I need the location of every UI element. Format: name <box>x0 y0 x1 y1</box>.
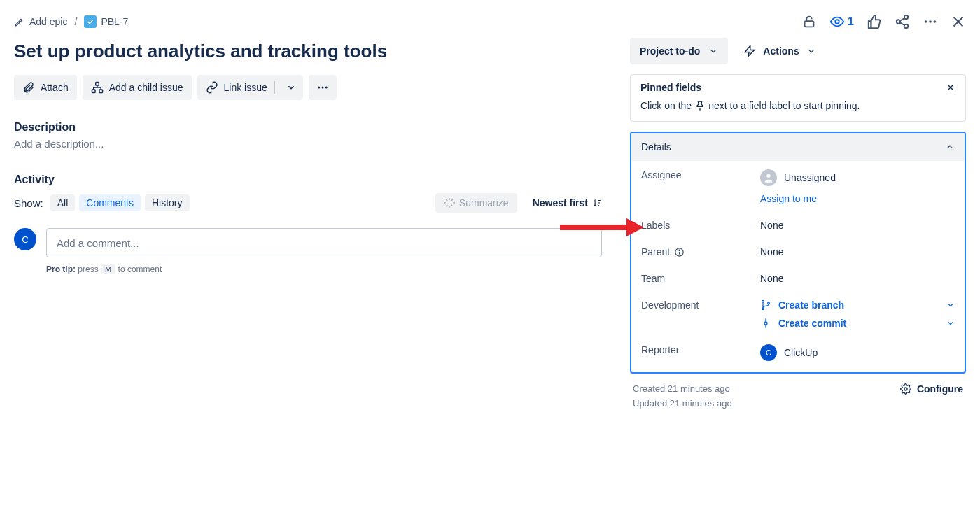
thumbs-up-icon[interactable] <box>867 14 882 29</box>
add-epic-label: Add epic <box>29 16 67 27</box>
svg-rect-12 <box>95 83 99 86</box>
watch-button[interactable]: 1 <box>830 14 854 29</box>
issue-title[interactable]: Set up product analytics and tracking to… <box>14 41 602 62</box>
sort-button[interactable]: Newest first <box>533 197 602 208</box>
details-heading: Details <box>641 141 671 153</box>
breadcrumb-separator: / <box>74 16 77 27</box>
details-header[interactable]: Details <box>631 133 965 161</box>
top-actions: 1 <box>802 14 966 29</box>
pencil-icon <box>14 16 25 27</box>
field-team: Team None <box>641 273 955 284</box>
add-epic-link[interactable]: Add epic <box>14 16 67 27</box>
svg-point-4 <box>904 24 909 28</box>
parent-label: Parent <box>641 246 760 257</box>
svg-line-6 <box>900 22 904 25</box>
breadcrumb: Add epic / PBL-7 <box>14 15 128 28</box>
pinned-fields-panel: Pinned fields Click on the next to a fie… <box>630 74 966 122</box>
protip-key: M <box>101 264 115 274</box>
add-child-issue-button[interactable]: Add a child issue <box>83 75 192 100</box>
parent-value[interactable]: None <box>760 246 955 257</box>
chevron-down-icon[interactable] <box>282 83 300 92</box>
svg-point-1 <box>835 20 839 24</box>
close-icon[interactable] <box>951 14 966 29</box>
svg-marker-18 <box>746 46 755 57</box>
svg-point-8 <box>929 20 932 23</box>
attach-button[interactable]: Attach <box>14 75 77 100</box>
assign-to-me-link[interactable]: Assign to me <box>760 193 817 204</box>
field-reporter: Reporter C ClickUp <box>641 344 955 361</box>
created-time: Created 21 minutes ago <box>633 383 732 394</box>
svg-point-25 <box>762 300 764 302</box>
tab-all[interactable]: All <box>50 194 76 211</box>
issue-toolbar: Attach Add a child issue Link issue <box>14 75 602 100</box>
more-actions-button[interactable] <box>309 75 337 100</box>
svg-point-7 <box>925 20 927 23</box>
attach-label: Attach <box>41 82 69 93</box>
configure-button[interactable]: Configure <box>900 383 963 395</box>
watch-count: 1 <box>848 15 854 28</box>
chevron-up-icon <box>945 142 955 152</box>
tab-comments[interactable]: Comments <box>79 194 141 211</box>
tab-history[interactable]: History <box>145 194 190 211</box>
create-commit-link[interactable]: Create commit <box>760 318 955 329</box>
svg-point-28 <box>764 322 767 325</box>
top-bar: Add epic / PBL-7 1 <box>14 6 966 38</box>
lock-icon[interactable] <box>802 14 817 29</box>
activity-show-label: Show: <box>14 197 43 209</box>
comment-input[interactable]: Add a comment... <box>46 228 602 257</box>
link-issue-button[interactable]: Link issue <box>197 75 303 100</box>
svg-point-3 <box>897 20 901 24</box>
reporter-value[interactable]: C ClickUp <box>760 344 955 361</box>
svg-line-5 <box>900 18 904 21</box>
chevron-down-icon[interactable] <box>946 319 955 327</box>
configure-label: Configure <box>917 383 963 395</box>
create-branch-text: Create branch <box>778 299 844 311</box>
sparkle-icon <box>444 197 455 208</box>
activity-heading: Activity <box>14 174 55 186</box>
protip-post: to comment <box>118 264 162 274</box>
user-avatar: C <box>14 228 36 250</box>
chevron-down-icon <box>806 46 816 56</box>
issue-key-link[interactable]: PBL-7 <box>84 15 128 28</box>
reporter-label: Reporter <box>641 344 760 355</box>
labels-value[interactable]: None <box>760 220 955 231</box>
more-icon[interactable] <box>923 14 938 29</box>
close-pinned-icon[interactable] <box>946 83 955 92</box>
unassigned-avatar-icon <box>760 169 777 186</box>
sort-icon <box>592 198 602 208</box>
actions-dropdown[interactable]: Actions <box>741 38 818 64</box>
svg-point-21 <box>766 174 770 178</box>
status-dropdown[interactable]: Project to-do <box>630 38 728 64</box>
sort-label: Newest first <box>533 197 588 208</box>
svg-point-15 <box>318 87 320 89</box>
svg-point-17 <box>326 87 328 89</box>
link-icon <box>206 81 218 94</box>
info-icon[interactable] <box>674 247 685 257</box>
protip-label: Pro tip: <box>46 264 76 274</box>
svg-point-26 <box>762 308 764 310</box>
task-type-icon <box>84 15 97 28</box>
svg-rect-14 <box>99 90 103 93</box>
field-parent: Parent None <box>641 246 955 257</box>
svg-point-31 <box>904 388 907 390</box>
details-panel: Details Assignee Unassigne <box>630 132 966 374</box>
svg-point-24 <box>679 250 680 250</box>
reporter-name: ClickUp <box>784 347 818 358</box>
issue-key-text: PBL-7 <box>101 16 128 27</box>
commit-icon <box>760 318 771 329</box>
assignee-value-text: Unassigned <box>784 172 836 183</box>
team-value[interactable]: None <box>760 273 955 284</box>
assignee-value[interactable]: Unassigned <box>760 169 955 186</box>
create-branch-link[interactable]: Create branch <box>760 299 955 311</box>
protip-pre: press <box>78 264 98 274</box>
summarize-button[interactable]: Summarize <box>435 193 517 213</box>
field-development: Development Create branch <box>641 299 955 329</box>
pinned-fields-heading: Pinned fields <box>640 82 701 93</box>
share-icon[interactable] <box>895 14 910 29</box>
assignee-label: Assignee <box>641 169 760 180</box>
create-commit-text: Create commit <box>778 318 846 329</box>
chevron-down-icon[interactable] <box>946 301 955 309</box>
pin-icon <box>694 100 706 111</box>
description-placeholder[interactable]: Add a description... <box>14 138 602 150</box>
lightning-icon <box>743 45 756 57</box>
